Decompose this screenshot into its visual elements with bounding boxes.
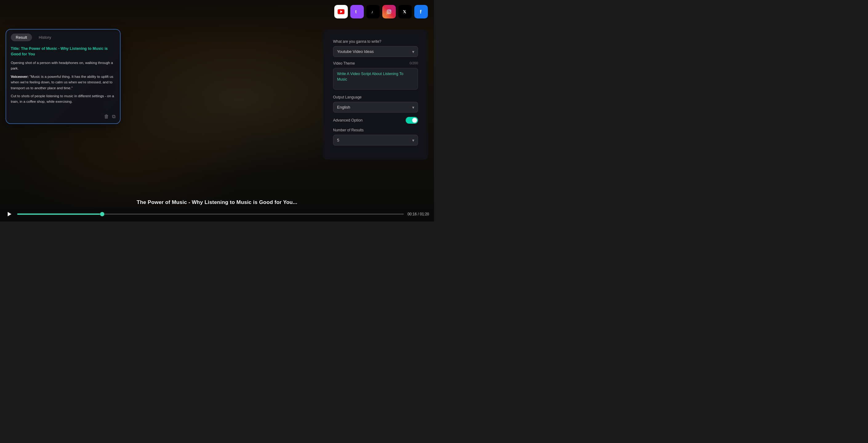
write-type-select[interactable]: Youtube Video IdeasBlog PostSocial Media… [333,46,418,57]
video-theme-label-row: Video Theme 0/200 [333,61,418,66]
progress-fill [17,214,102,215]
subtitle-bar: The Power of Music - Why Listening to Mu… [0,197,434,207]
output-language-label: Output Language [333,95,418,99]
copy-icon[interactable]: ⧉ [112,114,116,119]
tab-result[interactable]: Result [11,34,32,41]
result-body-1: Opening shot of a person with headphones… [11,60,116,71]
top-area: t ♪ [0,0,434,23]
result-tabs: Result History [6,30,120,44]
svg-text:f: f [420,9,422,14]
num-results-select-wrapper: 123510 [333,135,418,146]
tiktok-icon[interactable]: ♪ [366,5,380,19]
twitch-icon[interactable]: t [350,5,364,19]
result-panel-inner: Result History Title: The Power of Music… [6,30,120,123]
video-overlay: t ♪ [0,0,434,222]
video-theme-label: Video Theme [333,61,355,66]
video-theme-input[interactable]: Write A Video Script About Listening To … [333,68,418,90]
advanced-option-label: Advanced Option [333,118,363,122]
progress-bar[interactable] [17,214,404,215]
result-body-3: Cut to shots of people listening to musi… [11,93,116,104]
num-results-label: Number of Results [333,128,418,132]
result-body-2: Voiceover: "Music is a powerful thing. I… [11,74,116,91]
advanced-option-row: Advanced Option [333,117,418,124]
twitter-x-icon[interactable]: 𝕏 [398,5,412,19]
voiceover-label: Voiceover: [11,75,29,78]
video-theme-counter: 0/200 [409,61,418,66]
time-display: 00:16 / 01:20 [407,212,429,216]
middle-area: Result History Title: The Power of Music… [0,23,434,197]
write-type-label: What are you ganna to write? [333,39,418,44]
svg-marker-14 [8,212,11,216]
output-language-select[interactable]: EnglishSpanishFrenchGerman [333,102,418,113]
svg-text:♪: ♪ [371,9,373,14]
result-actions: 🗑 ⧉ [6,112,120,123]
write-type-select-wrapper: Youtube Video IdeasBlog PostSocial Media… [333,46,418,57]
progress-thumb[interactable] [100,212,104,216]
total-time: 01:20 [420,212,429,216]
result-content: Title: The Power of Music - Why Listenin… [6,44,120,112]
controls-bar: 00:16 / 01:20 [0,207,434,222]
result-title: Title: The Power of Music - Why Listenin… [11,46,116,57]
right-panel-inner: What are you ganna to write? Youtube Vid… [328,34,423,155]
advanced-option-toggle[interactable] [406,117,418,124]
time-separator: / [418,212,420,216]
svg-point-9 [390,10,391,11]
svg-text:t: t [355,9,357,14]
instagram-icon[interactable] [382,5,396,19]
youtube-icon[interactable] [334,5,348,19]
output-language-select-wrapper: EnglishSpanishFrenchGerman [333,102,418,113]
social-icons-bar: t ♪ [334,5,428,19]
delete-icon[interactable]: 🗑 [104,114,109,119]
num-results-select[interactable]: 123510 [333,135,418,146]
right-panel: What are you ganna to write? Youtube Vid… [323,30,428,160]
svg-rect-2 [354,8,361,15]
svg-text:𝕏: 𝕏 [403,9,406,14]
result-panel: Result History Title: The Power of Music… [6,30,120,123]
tab-history[interactable]: History [34,34,56,41]
svg-rect-6 [386,8,393,15]
current-time: 00:16 [407,212,417,216]
facebook-icon[interactable]: f [414,5,428,19]
subtitle-text: The Power of Music - Why Listening to Mu… [137,199,297,205]
play-button[interactable] [5,210,13,218]
